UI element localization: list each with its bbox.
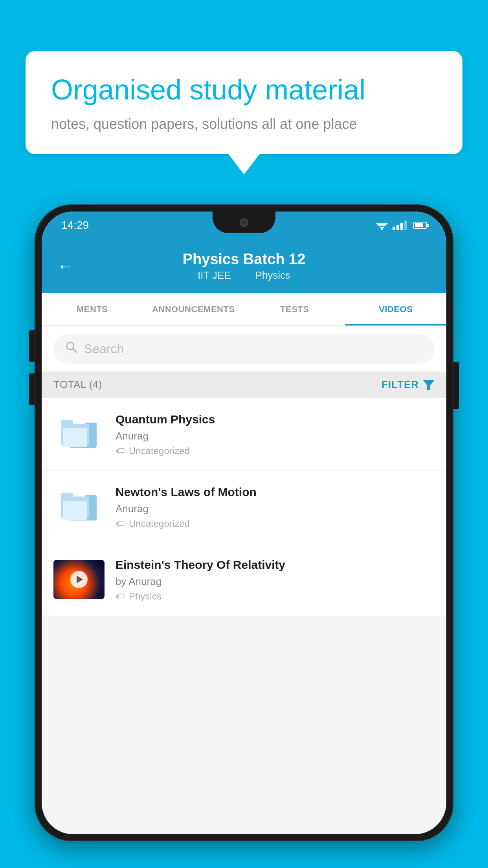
filter-label: FILTER — [382, 379, 419, 391]
status-icons — [376, 221, 427, 230]
tag-icon: 🏷 — [116, 445, 125, 456]
speech-bubble: Organised study material notes, question… — [26, 51, 462, 154]
status-bar: 14:29 — [42, 211, 446, 239]
tab-announcements[interactable]: ANNOUNCEMENTS — [143, 293, 244, 326]
total-label: TOTAL (4) — [53, 379, 102, 391]
filter-funnel-icon — [423, 380, 435, 390]
notch — [213, 211, 275, 233]
video-list: Quantum Physics Anurag 🏷 Uncategorized — [42, 398, 446, 616]
phone-container: 14:29 — [35, 204, 453, 841]
video-tag: 🏷 Physics — [116, 591, 435, 602]
search-container: Search — [42, 326, 446, 371]
video-author: Anurag — [116, 503, 435, 515]
signal-icon — [393, 221, 407, 230]
search-icon — [65, 341, 78, 357]
video-author: by Anurag — [116, 576, 435, 588]
list-item[interactable]: Einstein's Theory Of Relativity by Anura… — [42, 543, 446, 616]
status-time: 14:29 — [61, 219, 89, 232]
header-title: Physics Batch 12 — [183, 251, 306, 268]
tab-videos[interactable]: VIDEOS — [345, 293, 447, 326]
tag-icon: 🏷 — [116, 591, 125, 602]
tab-tests[interactable]: TESTS — [244, 293, 345, 326]
speech-bubble-title: Organised study material — [51, 73, 437, 107]
tag-label: Uncategorized — [129, 445, 190, 456]
speech-bubble-subtitle: notes, question papers, solutions all at… — [51, 116, 437, 132]
video-info: Quantum Physics Anurag 🏷 Uncategorized — [116, 412, 435, 456]
video-author: Anurag — [116, 430, 435, 442]
tag-label: Uncategorized — [129, 518, 190, 529]
battery-icon — [413, 222, 427, 229]
folder-icon-wrap — [53, 487, 105, 526]
folder-icon — [61, 420, 97, 448]
wifi-icon — [376, 221, 388, 230]
filter-bar: TOTAL (4) FILTER — [42, 371, 446, 398]
video-title: Newton's Laws of Motion — [116, 484, 435, 500]
video-info: Einstein's Theory Of Relativity by Anura… — [116, 557, 435, 602]
back-button[interactable]: ← — [57, 257, 73, 275]
list-item[interactable]: Quantum Physics Anurag 🏷 Uncategorized — [42, 398, 446, 471]
app-header: ← Physics Batch 12 IIT JEE Physics — [42, 239, 446, 293]
tabs-bar: MENTS ANNOUNCEMENTS TESTS VIDEOS — [42, 293, 446, 326]
play-triangle-icon — [77, 576, 83, 583]
video-tag: 🏷 Uncategorized — [116, 445, 435, 456]
filter-button[interactable]: FILTER — [382, 379, 435, 391]
speech-bubble-area: Organised study material notes, question… — [26, 51, 462, 154]
list-item[interactable]: Newton's Laws of Motion Anurag 🏷 Uncateg… — [42, 471, 446, 543]
video-title: Quantum Physics — [116, 412, 435, 427]
video-tag: 🏷 Uncategorized — [116, 518, 435, 529]
svg-line-5 — [73, 349, 77, 353]
camera-dot — [240, 218, 248, 227]
play-button[interactable] — [70, 571, 88, 588]
header-subtitle-separator — [242, 269, 247, 281]
search-bar[interactable]: Search — [53, 334, 435, 364]
video-title: Einstein's Theory Of Relativity — [116, 557, 435, 572]
svg-marker-6 — [423, 380, 435, 390]
tab-ments[interactable]: MENTS — [42, 293, 143, 326]
folder-icon — [61, 493, 97, 520]
header-subtitle-part1: IIT JEE — [198, 269, 231, 281]
phone-outer: 14:29 — [35, 204, 453, 841]
phone-screen: 14:29 — [42, 211, 446, 834]
video-info: Newton's Laws of Motion Anurag 🏷 Uncateg… — [116, 484, 435, 529]
tag-label: Physics — [129, 591, 161, 602]
video-thumbnail — [53, 560, 105, 599]
folder-icon-wrap — [53, 414, 105, 454]
search-placeholder: Search — [84, 342, 124, 356]
header-subtitle-part2: Physics — [255, 269, 290, 281]
tag-icon: 🏷 — [116, 518, 125, 529]
header-title-area: Physics Batch 12 IIT JEE Physics — [183, 251, 306, 281]
header-subtitle: IIT JEE Physics — [183, 269, 306, 281]
